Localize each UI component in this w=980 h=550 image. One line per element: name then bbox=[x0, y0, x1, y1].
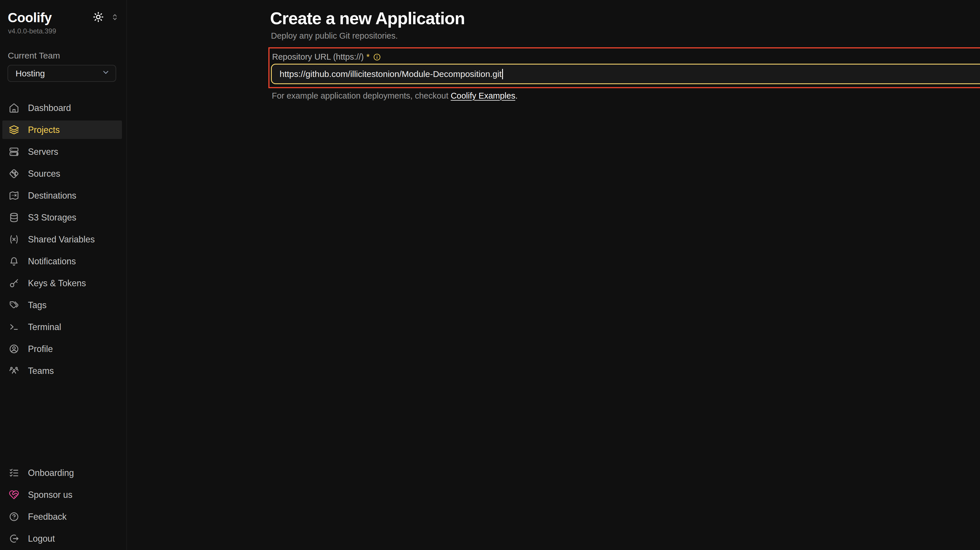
variable-icon bbox=[9, 234, 19, 245]
sidebar-header-icons bbox=[92, 11, 119, 24]
repository-url-label-row: Repository URL (https://) * bbox=[272, 52, 381, 62]
sidebar-item-label: Destinations bbox=[28, 191, 76, 200]
layers-icon bbox=[9, 124, 19, 135]
helper-period: . bbox=[515, 91, 518, 100]
coolify-examples-link[interactable]: Coolify Examples bbox=[451, 91, 515, 100]
home-icon bbox=[9, 103, 19, 113]
help-circle-icon bbox=[9, 511, 19, 522]
sidebar-item-label: Terminal bbox=[28, 322, 61, 332]
chevrons-up-down-icon bbox=[110, 13, 119, 22]
user-circle-icon bbox=[9, 343, 19, 354]
sidebar-item-label: Shared Variables bbox=[28, 234, 95, 245]
logout-icon bbox=[9, 533, 19, 544]
sidebar-spacer bbox=[0, 380, 127, 464]
sidebar-item-shared-variables[interactable]: Shared Variables bbox=[2, 230, 122, 248]
sidebar-item-notifications[interactable]: Notifications bbox=[2, 252, 122, 270]
info-icon[interactable] bbox=[369, 53, 381, 61]
sidebar-item-label: Servers bbox=[28, 147, 58, 157]
sidebar-item-destinations[interactable]: Destinations bbox=[2, 186, 122, 205]
team-select[interactable]: Hosting bbox=[8, 65, 116, 82]
sidebar-header: Coolify bbox=[0, 0, 127, 25]
coolify-app-window: Coolify v4.0.0-beta.399 Current Team Hos… bbox=[0, 0, 980, 550]
database-icon bbox=[9, 212, 19, 223]
sidebar-item-label: S3 Storages bbox=[28, 213, 76, 223]
sidebar-item-label: Onboarding bbox=[28, 468, 74, 478]
sidebar-item-label: Notifications bbox=[28, 256, 76, 266]
team-select-value: Hosting bbox=[16, 68, 45, 78]
sidebar-item-label: Feedback bbox=[28, 512, 67, 522]
terminal-icon bbox=[9, 322, 19, 332]
app-version: v4.0.0-beta.399 bbox=[0, 27, 127, 35]
sidebar-item-servers[interactable]: Servers bbox=[2, 142, 122, 161]
theme-sun-icon[interactable] bbox=[92, 11, 104, 24]
sidebar-item-onboarding[interactable]: Onboarding bbox=[2, 464, 122, 482]
app-logo[interactable]: Coolify bbox=[8, 10, 52, 25]
sidebar-item-projects[interactable]: Projects bbox=[2, 121, 122, 139]
tags-icon bbox=[9, 300, 19, 310]
sidebar-item-terminal[interactable]: Terminal bbox=[2, 318, 122, 336]
sidebar-item-keys-tokens[interactable]: Keys & Tokens bbox=[2, 274, 122, 292]
sidebar-item-teams[interactable]: Teams bbox=[2, 361, 122, 380]
sidebar-item-profile[interactable]: Profile bbox=[2, 340, 122, 358]
sidebar-item-sources[interactable]: Sources bbox=[2, 164, 122, 183]
heart-handshake-icon bbox=[9, 490, 19, 500]
main-content: Create a new Application Deploy any publ… bbox=[127, 0, 980, 550]
key-icon bbox=[9, 278, 19, 289]
users-group-icon bbox=[9, 366, 19, 376]
bell-icon bbox=[9, 256, 19, 267]
required-asterisk: * bbox=[366, 52, 369, 62]
current-team-label: Current Team bbox=[8, 51, 127, 60]
sidebar-item-label: Projects bbox=[28, 125, 60, 135]
sidebar-item-label: Logout bbox=[28, 534, 55, 544]
sidebar-item-label: Sponsor us bbox=[28, 490, 72, 500]
sidebar-item-label: Tags bbox=[28, 300, 46, 310]
sidebar-item-s3-storages[interactable]: S3 Storages bbox=[2, 208, 122, 227]
git-diamond-icon bbox=[9, 168, 19, 179]
sun-icon bbox=[92, 11, 104, 23]
repository-url-input[interactable]: https://github.com/illicitestonion/Modul… bbox=[271, 64, 980, 84]
sidebar-item-label: Keys & Tokens bbox=[28, 278, 86, 288]
sidebar-item-tags[interactable]: Tags bbox=[2, 296, 122, 314]
info-circle-icon bbox=[373, 53, 381, 61]
sidebar-item-dashboard[interactable]: Dashboard bbox=[2, 99, 122, 117]
sidebar-item-feedback[interactable]: Feedback bbox=[2, 507, 122, 526]
sidebar-item-label: Teams bbox=[28, 366, 54, 376]
sidebar: Coolify v4.0.0-beta.399 Current Team Hos… bbox=[0, 0, 127, 550]
chevrons-up-down-icon[interactable] bbox=[110, 13, 119, 23]
helper-text: For example application deployments, che… bbox=[272, 91, 518, 100]
chevron-down-icon bbox=[101, 68, 110, 79]
repository-url-value: https://github.com/illicitestonion/Modul… bbox=[280, 69, 501, 79]
text-cursor bbox=[502, 69, 503, 79]
sidebar-item-sponsor-us[interactable]: Sponsor us bbox=[2, 485, 122, 504]
server-icon bbox=[9, 146, 19, 157]
sidebar-footer-nav: OnboardingSponsor usFeedbackLogout bbox=[0, 464, 127, 548]
page-subtitle: Deploy any public Git repositories. bbox=[271, 31, 398, 41]
repository-url-label: Repository URL (https://) bbox=[272, 52, 364, 62]
page-title: Create a new Application bbox=[270, 9, 465, 28]
sidebar-item-label: Dashboard bbox=[28, 103, 71, 113]
sidebar-nav: DashboardProjectsServersSourcesDestinati… bbox=[0, 99, 127, 380]
list-checks-icon bbox=[9, 467, 19, 478]
helper-prefix: For example application deployments, che… bbox=[272, 91, 451, 100]
sidebar-item-label: Sources bbox=[28, 168, 60, 179]
map-x-icon bbox=[9, 190, 19, 201]
sidebar-item-logout[interactable]: Logout bbox=[2, 529, 122, 548]
sidebar-item-label: Profile bbox=[28, 344, 53, 354]
chevron-down-icon bbox=[101, 68, 110, 77]
